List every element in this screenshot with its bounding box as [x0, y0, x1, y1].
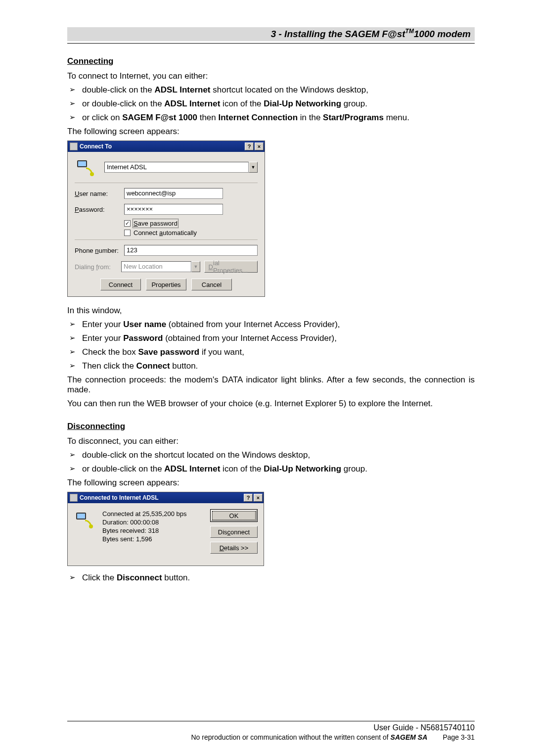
bullet-start-programs: or click on SAGEM F@st 1000 then Interne… — [67, 113, 475, 123]
help-button[interactable]: ? — [245, 142, 254, 150]
username-input[interactable]: webconnect@isp — [124, 188, 223, 199]
text: Dial-Up Networking — [264, 99, 341, 108]
connection-proceeds: The connection proceeds: the modem's DAT… — [67, 375, 475, 395]
text: icon of the — [220, 99, 264, 108]
save-password-checkbox[interactable]: ✓ — [124, 220, 131, 227]
text: double-click on the — [82, 85, 154, 94]
stat-speed: Connected at 25,535,200 bps — [102, 510, 205, 518]
connected-title: Connected to Internet ADSL — [80, 494, 159, 501]
help-button[interactable]: ? — [244, 494, 253, 502]
svg-point-5 — [89, 524, 93, 528]
connect-auto-checkbox[interactable] — [124, 230, 131, 236]
phone-number-input[interactable]: 123 — [124, 245, 258, 256]
disconnecting-heading: Disconnecting — [67, 422, 475, 431]
stat-bytes-received: Bytes received: 318 — [102, 527, 205, 534]
password-label: Password: — [75, 206, 124, 213]
following-screen-1: The following screen appears: — [67, 127, 475, 137]
header-title-suffix: 1000 modem — [414, 29, 471, 40]
bullet-click-disconnect: Click the Disconnect button. — [67, 573, 475, 583]
phone-number-label: Phone number: — [75, 247, 124, 254]
close-button[interactable]: × — [254, 494, 263, 502]
modem-phone-icon — [75, 157, 95, 178]
dialing-from-label: Dialing from: — [75, 263, 121, 271]
text: or click on — [82, 113, 122, 122]
bullet-disc-dialup: or double-click on the ADSL Internet ico… — [67, 464, 475, 474]
text: group. — [341, 99, 367, 108]
bullet-adsl-dialup: or double-click on the ADSL Internet ico… — [67, 99, 475, 109]
text: ADSL Internet — [154, 85, 210, 94]
text: or double-click on the — [82, 99, 164, 108]
bullet-click-connect: Then click the Connect button. — [67, 361, 475, 371]
text: then — [197, 113, 219, 122]
stat-bytes-sent: Bytes sent: 1,596 — [102, 535, 205, 543]
header-rule — [67, 43, 475, 44]
details-button[interactable]: Details >> — [210, 542, 258, 554]
following-screen-2: The following screen appears: — [67, 478, 475, 488]
run-browser: You can then run the WEB browser of your… — [67, 399, 475, 409]
bullet-adsl-shortcut: double-click on the ADSL Internet shortc… — [67, 85, 475, 95]
dialing-from-combo: New Location — [121, 261, 191, 272]
text: menu. — [384, 113, 409, 122]
footer-legal: No reproduction or communication without… — [67, 733, 475, 741]
svg-rect-4 — [77, 514, 85, 519]
dialing-from-dropdown: ▼ — [191, 261, 200, 272]
connected-dialog: Connected to Internet ADSL ? × Connected… — [67, 492, 264, 566]
username-label: User name: — [75, 190, 124, 197]
connect-to-titlebar[interactable]: Connect To ? × — [68, 141, 265, 152]
footer-guide: User Guide - N56815740110 — [67, 723, 475, 732]
connected-titlebar[interactable]: Connected to Internet ADSL ? × — [68, 492, 264, 503]
in-this-window: In this window, — [67, 306, 475, 316]
connecting-intro: To connect to Internet, you can either: — [67, 71, 475, 81]
dialup-icon — [70, 142, 78, 150]
connection-combo[interactable]: Internet ADSL — [104, 162, 249, 173]
text: SAGEM F@st 1000 — [122, 113, 197, 122]
connect-auto-label: Connect automatically — [134, 229, 197, 236]
bullet-save-password: Check the box Save password if you want, — [67, 347, 475, 357]
cancel-button[interactable]: Cancel — [191, 279, 232, 290]
password-input[interactable]: ××××××× — [124, 204, 223, 215]
ok-button[interactable]: OK — [210, 509, 258, 522]
page-footer: User Guide - N56815740110 No reproductio… — [67, 721, 475, 741]
connect-to-title: Connect To — [80, 143, 112, 150]
connect-to-dialog: Connect To ? × Internet ADSL ▼ User name… — [67, 141, 265, 297]
combo-dropdown-button[interactable]: ▼ — [249, 162, 258, 173]
svg-point-2 — [90, 172, 94, 176]
dialup-icon — [70, 494, 78, 502]
bullet-enter-username: Enter your User name (obtained from your… — [67, 320, 475, 330]
bullet-disc-shortcut: double-click on the shortcut located on … — [67, 450, 475, 460]
text: ADSL Internet — [164, 99, 220, 108]
stat-duration: Duration: 000:00:08 — [102, 519, 205, 526]
modem-phone-icon — [74, 509, 94, 530]
connecting-heading: Connecting — [67, 56, 475, 66]
text: in the — [298, 113, 323, 122]
text: shortcut located on the Windows desktop, — [211, 85, 368, 94]
page-header: 3 - Installing the SAGEM F@stTM 1000 mod… — [67, 27, 475, 41]
disconnect-intro: To disconnect, you can either: — [67, 436, 475, 446]
dial-properties-button: Dial Properties... — [204, 261, 258, 273]
text: Start/Programs — [323, 113, 384, 122]
disconnect-button[interactable]: Disconnect — [210, 526, 258, 538]
header-title-sup: TM — [405, 28, 414, 35]
save-password-label: Save password — [134, 220, 178, 227]
text: Internet Connection — [218, 113, 298, 122]
close-button[interactable]: × — [255, 142, 264, 150]
properties-button[interactable]: Properties — [146, 279, 186, 290]
header-title-prefix: 3 - Installing the SAGEM F@st — [271, 29, 405, 40]
connect-button[interactable]: Connect — [100, 279, 141, 290]
bullet-enter-password: Enter your Password (obtained from your … — [67, 333, 475, 343]
svg-rect-1 — [78, 161, 86, 166]
